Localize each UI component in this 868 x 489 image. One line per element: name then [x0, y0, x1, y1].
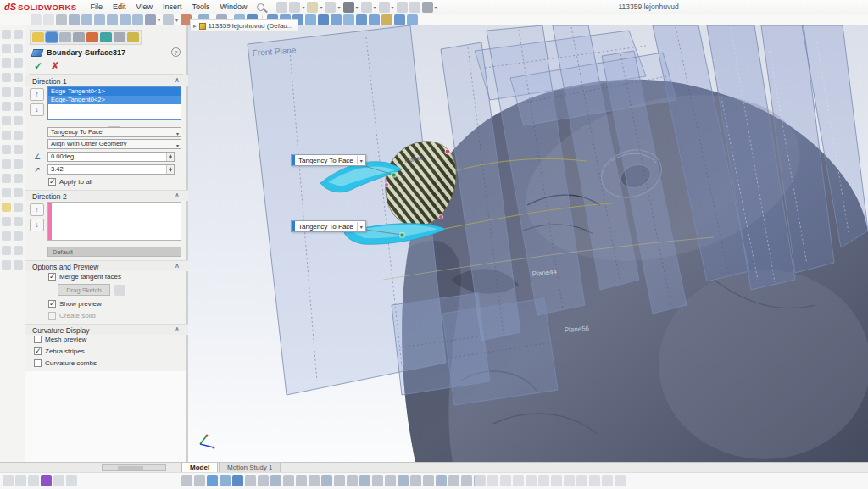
sketch-offset-icon[interactable]: [423, 475, 434, 486]
filter-cursor-icon[interactable]: [41, 475, 52, 486]
menu-window[interactable]: Window: [214, 1, 252, 13]
zoom-fit-icon[interactable]: [81, 14, 92, 25]
direction1-section-header[interactable]: Direction 1 ∧: [25, 75, 188, 86]
expand-tree-icon[interactable]: ▸: [193, 23, 197, 30]
menu-view[interactable]: View: [131, 1, 158, 13]
merge-tangent-faces-checkbox[interactable]: Merge tangent faces: [48, 273, 121, 281]
collapse-icon[interactable]: ∧: [175, 192, 180, 199]
sketch-entity-icon[interactable]: [69, 14, 80, 25]
tangency-callout-2[interactable]: Tangency To Face ▾: [291, 220, 366, 232]
alignment-dropdown[interactable]: Align With Other Geometry ▾: [47, 139, 181, 149]
hide-show-items-icon-dropdown[interactable]: ▾: [175, 17, 178, 23]
sketch-arc-icon[interactable]: [283, 475, 294, 486]
sketch-tool-icon[interactable]: [270, 475, 281, 486]
hide-show-items-icon[interactable]: [163, 14, 174, 25]
print-icon[interactable]: [343, 2, 354, 13]
document-breadcrumb-tab[interactable]: ▸ 113359 lejonhuvud (Defau...: [190, 19, 298, 31]
undo-icon[interactable]: [361, 2, 372, 13]
pin-menu-icon[interactable]: [257, 3, 264, 11]
sketch-tool-icon[interactable]: [436, 475, 447, 486]
list-item[interactable]: Edge-Tangent0<2>: [48, 96, 181, 104]
sketch-mirror-icon[interactable]: [347, 475, 358, 486]
left-tool-icon[interactable]: [2, 203, 11, 212]
curvature-combs-checkbox[interactable]: Curvature combs: [34, 359, 97, 367]
filled-surface-icon[interactable]: [331, 14, 342, 25]
sketch-sphere-icon[interactable]: [232, 475, 243, 486]
graphics-area[interactable]: Front Plane Plane6 Plane44 Plane56 Tange…: [188, 25, 868, 462]
sketch-tool-icon[interactable]: [309, 475, 320, 486]
zebra-stripes-checkbox[interactable]: Zebra stripes: [34, 347, 85, 355]
sketch-line-icon[interactable]: [245, 475, 256, 486]
pm-scene-tab[interactable]: [100, 32, 112, 42]
mesh-preview-checkbox[interactable]: Mesh preview: [34, 336, 86, 343]
vertex-point[interactable]: [385, 183, 389, 187]
move-down-button[interactable]: ↓: [30, 219, 44, 231]
spinner-arrows[interactable]: [166, 165, 174, 174]
direction2-section-header[interactable]: Direction 2 ∧: [25, 190, 188, 201]
zoom-area-icon[interactable]: [94, 14, 105, 25]
list-resize-grip[interactable]: [47, 242, 181, 245]
sketch-tool-icon[interactable]: [461, 475, 472, 486]
direction2-curve-list[interactable]: [47, 202, 181, 241]
pm-propertymanager-tab[interactable]: [46, 32, 58, 42]
select-icon[interactable]: [397, 2, 408, 13]
sketch-tool-icon[interactable]: [359, 475, 370, 486]
pm-dimxpert-tab[interactable]: [73, 32, 85, 42]
save-icon[interactable]: [325, 2, 336, 13]
sketch-rect-icon[interactable]: [207, 475, 218, 486]
list-resize-grip[interactable]: [47, 121, 181, 125]
new-document-icon-dropdown[interactable]: ▾: [302, 4, 304, 10]
pm-folder-tab[interactable]: [127, 32, 139, 42]
apply-to-all-checkbox[interactable]: Apply to all: [48, 178, 92, 186]
cancel-button[interactable]: ✗: [51, 60, 59, 72]
boundary-surface-icon[interactable]: [318, 14, 329, 25]
menu-tools[interactable]: Tools: [186, 1, 214, 13]
pm-custom-tab[interactable]: [114, 32, 125, 42]
sketch-tool-icon[interactable]: [385, 475, 396, 486]
move-up-button[interactable]: ↑: [30, 203, 44, 216]
pm-configuration-tab[interactable]: [59, 32, 71, 42]
knit-surface-icon[interactable]: [369, 14, 380, 25]
collapse-icon[interactable]: ∧: [175, 262, 180, 270]
menu-insert[interactable]: Insert: [158, 1, 187, 13]
chevron-down-icon[interactable]: ▾: [358, 158, 365, 164]
move-up-button[interactable]: ↑: [30, 88, 44, 101]
options-section-header[interactable]: Options and Preview ∧: [25, 260, 188, 271]
radiate-surface-icon[interactable]: [356, 14, 367, 25]
show-preview-checkbox[interactable]: Show preview: [48, 300, 102, 308]
display-style-icon[interactable]: [145, 14, 156, 25]
menu-edit[interactable]: Edit: [108, 1, 131, 13]
trim-surface-icon[interactable]: [381, 14, 392, 25]
save-icon-dropdown[interactable]: ▾: [337, 4, 340, 10]
options-icon[interactable]: [422, 2, 433, 13]
options-icon-dropdown[interactable]: ▾: [435, 4, 437, 10]
sketch-tool-icon[interactable]: [410, 475, 421, 486]
print-icon-dropdown[interactable]: ▾: [356, 4, 359, 10]
vertex-point[interactable]: [439, 215, 443, 219]
tangency-type-dropdown[interactable]: Tangency To Face ▾: [47, 127, 181, 137]
edge-connector-point[interactable]: [392, 173, 396, 177]
thicken-icon[interactable]: [407, 14, 418, 25]
list-item[interactable]: Edge-Tangent0<1>: [48, 87, 181, 96]
tangency-callout-1[interactable]: Tangency To Face ▾: [291, 154, 366, 166]
undo-icon-dropdown[interactable]: ▾: [374, 4, 376, 10]
direction1-curve-list[interactable]: Edge-Tangent0<1> Edge-Tangent0<2>: [47, 86, 181, 120]
select-arrow-icon[interactable]: [56, 14, 67, 25]
sketch-spline-icon[interactable]: [321, 475, 332, 486]
vertex-point[interactable]: [445, 149, 450, 154]
rotate-view-icon[interactable]: [120, 14, 131, 25]
collapse-icon[interactable]: ∧: [175, 325, 180, 333]
chevron-down-icon[interactable]: ▾: [358, 224, 365, 230]
ok-button[interactable]: ✓: [34, 60, 42, 72]
zoom-previous-icon[interactable]: [107, 14, 118, 25]
pm-properties-tab[interactable]: [32, 32, 44, 42]
help-icon[interactable]: ?: [171, 47, 181, 57]
tangent-influence-spinner[interactable]: 3.42: [47, 164, 175, 175]
redo-icon-dropdown[interactable]: ▾: [392, 4, 394, 10]
sketch-tool-icon[interactable]: [448, 475, 459, 486]
collapse-icon[interactable]: ∧: [175, 76, 180, 84]
sketch-text-icon[interactable]: [372, 475, 383, 486]
horizontal-scrollbar[interactable]: [102, 464, 166, 471]
sketch-tool-icon[interactable]: [258, 475, 269, 486]
menu-file[interactable]: File: [86, 1, 108, 13]
